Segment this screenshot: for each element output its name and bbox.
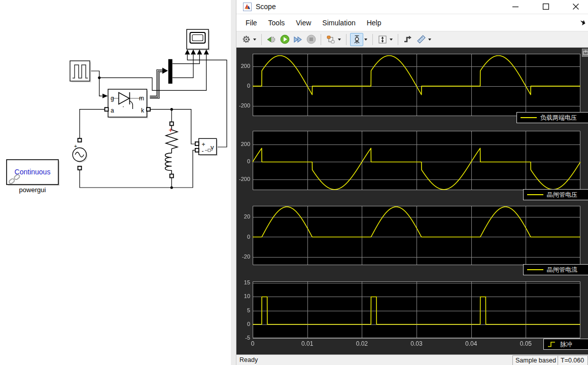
series-rlc-branch-block[interactable]: + xyxy=(165,122,178,178)
legend-label: 晶闸管电压 xyxy=(547,191,577,199)
thyristor-block[interactable]: g a m k xyxy=(105,89,151,119)
vm-v-label: v xyxy=(211,143,214,151)
cursor-measurements-button[interactable] xyxy=(350,33,363,46)
toolbar xyxy=(236,31,588,48)
maximize-button[interactable] xyxy=(541,2,550,11)
signal-selector-dropdown-arrow[interactable] xyxy=(338,39,341,41)
legend-load-voltage[interactable]: 负载两端电压 xyxy=(516,112,588,123)
axes-maximize-icon[interactable] xyxy=(582,49,588,57)
plot-region: 负载两端电压 晶闸管电压 晶闸管电流 脉冲 xyxy=(236,48,588,354)
status-sim-time: T=0.060 xyxy=(558,355,588,365)
legend-thyristor-voltage[interactable]: 晶闸管电压 xyxy=(523,189,588,200)
vm-port-minus xyxy=(195,149,199,152)
signal-selector-button[interactable] xyxy=(325,33,337,46)
rlc-port-top xyxy=(170,122,174,126)
port-label-g: g xyxy=(111,95,114,102)
vm-minus-label: - xyxy=(202,148,204,155)
ac-port-minus xyxy=(78,166,82,170)
stop-icon xyxy=(306,34,316,44)
legend-label: 脉冲 xyxy=(560,340,572,349)
legend-label: 负载两端电压 xyxy=(540,114,577,122)
menu-simulation[interactable]: Simulation xyxy=(318,17,360,29)
status-ready-text: Ready xyxy=(239,356,258,363)
demux-block[interactable] xyxy=(168,59,172,84)
gate-input-arrow xyxy=(102,94,108,98)
powergui-block[interactable]: Continuous powergui xyxy=(7,160,60,194)
pulse-generator-block[interactable] xyxy=(70,61,91,83)
legend-line-sample xyxy=(527,194,543,195)
settings-gear-button[interactable] xyxy=(240,33,252,46)
port-label-a: a xyxy=(111,107,114,114)
cursor-measurements-icon xyxy=(353,35,361,44)
ac-voltage-source-block[interactable]: + xyxy=(73,138,87,170)
scope-block[interactable] xyxy=(185,29,210,55)
scope-plots-canvas[interactable] xyxy=(236,48,588,354)
minimize-button[interactable] xyxy=(511,2,520,11)
span-dropdown-arrow[interactable] xyxy=(390,39,393,41)
toolbar-separator xyxy=(398,34,398,45)
toolbar-separator xyxy=(321,34,321,45)
step-icon xyxy=(547,341,557,347)
stop-button[interactable] xyxy=(305,33,317,46)
vm-port-plus xyxy=(195,142,199,145)
scope-app-icon xyxy=(243,3,252,11)
powergui-label: powergui xyxy=(19,186,46,194)
run-button[interactable] xyxy=(279,33,291,46)
desktop: { "scope_window": { "title": "Scope", "m… xyxy=(0,0,588,365)
measurements-dropdown-arrow[interactable] xyxy=(428,39,431,41)
demux-input-arrow xyxy=(162,68,168,74)
simulink-model-canvas: g a m k + + xyxy=(0,0,234,365)
legend-line-sample xyxy=(527,269,543,270)
menu-view[interactable]: View xyxy=(291,17,316,29)
scope-window: Scope File Tools View Simulation Help xyxy=(236,0,588,365)
toolbar-separator xyxy=(261,34,262,45)
step-back-icon xyxy=(267,35,276,44)
window-title: Scope xyxy=(256,3,276,11)
ac-port-plus xyxy=(78,138,82,142)
span-y-icon xyxy=(378,35,387,44)
menu-file[interactable]: File xyxy=(241,17,262,29)
cursor-measurements-dropdown-arrow[interactable] xyxy=(364,39,367,41)
span-button[interactable] xyxy=(376,33,389,46)
trigger-icon xyxy=(403,35,412,44)
powergui-solver-text: Continuous xyxy=(15,168,51,176)
port-label-m: m xyxy=(139,95,144,102)
step-forward-button[interactable] xyxy=(292,33,304,46)
resistor-icon xyxy=(166,126,178,154)
ruler-icon xyxy=(417,34,426,44)
menu-help[interactable]: Help xyxy=(362,17,386,29)
toolbar-separator xyxy=(372,34,373,45)
menu-tools[interactable]: Tools xyxy=(264,17,290,29)
legend-thyristor-current[interactable]: 晶闸管电流 xyxy=(523,264,588,275)
port-k xyxy=(147,107,150,111)
trigger-button[interactable] xyxy=(402,33,414,46)
status-sample-mode: Sample based xyxy=(512,355,559,365)
signal-selector-icon xyxy=(326,35,335,44)
legend-pulse[interactable]: 脉冲 xyxy=(543,339,588,350)
gear-icon xyxy=(242,35,251,44)
signal-wire xyxy=(80,55,227,188)
toolbar-separator xyxy=(346,34,347,45)
measurements-button[interactable] xyxy=(415,33,427,46)
legend-label: 晶闸管电流 xyxy=(547,266,577,274)
port-a xyxy=(105,107,109,111)
play-icon xyxy=(280,34,290,44)
toolbar-overflow-arrow-icon[interactable] xyxy=(579,19,586,26)
inductor-icon xyxy=(165,153,172,174)
menubar: File Tools View Simulation Help xyxy=(236,14,588,31)
step-forward-icon xyxy=(293,35,302,44)
voltage-measurement-block[interactable]: + - v xyxy=(195,138,218,156)
close-button[interactable] xyxy=(571,2,580,11)
statusbar: Ready Sample based T=0.060 xyxy=(236,354,588,365)
port-label-k: k xyxy=(141,107,145,114)
settings-dropdown-arrow[interactable] xyxy=(253,39,256,41)
ac-plus-label: + xyxy=(74,143,77,149)
titlebar[interactable]: Scope xyxy=(236,0,588,14)
legend-line-sample xyxy=(521,117,537,118)
rlc-port-bottom xyxy=(170,174,174,178)
step-back-button[interactable] xyxy=(265,33,278,46)
